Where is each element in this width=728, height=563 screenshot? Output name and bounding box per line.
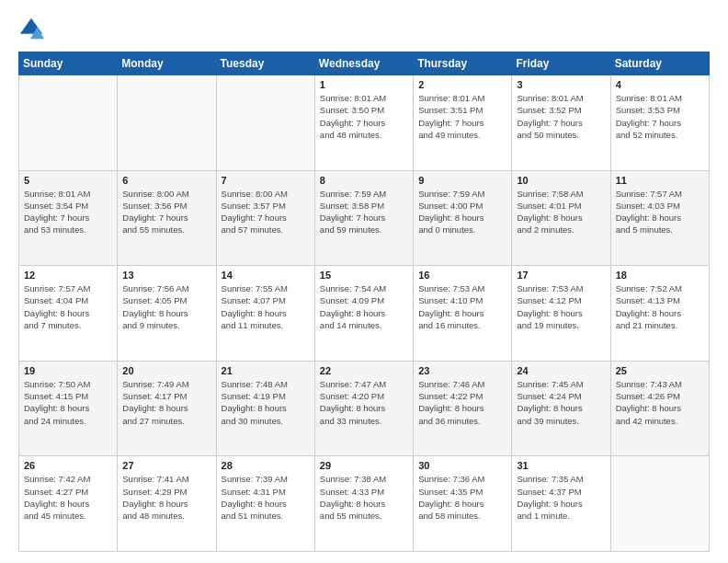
day-number: 26 — [24, 460, 112, 471]
day-info: Sunrise: 7:46 AM Sunset: 4:22 PM Dayligh… — [418, 378, 506, 427]
col-header-monday: Monday — [118, 52, 216, 75]
calendar-cell — [216, 75, 314, 171]
calendar-cell — [610, 456, 709, 552]
day-number: 9 — [418, 175, 506, 186]
day-number: 11 — [616, 175, 704, 186]
day-info: Sunrise: 7:39 AM Sunset: 4:31 PM Dayligh… — [222, 473, 310, 522]
calendar-cell: 1Sunrise: 8:01 AM Sunset: 3:50 PM Daylig… — [314, 75, 413, 171]
calendar-cell — [19, 75, 118, 171]
calendar-cell: 27Sunrise: 7:41 AM Sunset: 4:29 PM Dayli… — [118, 456, 216, 552]
calendar-cell: 13Sunrise: 7:56 AM Sunset: 4:05 PM Dayli… — [118, 266, 216, 362]
col-header-thursday: Thursday — [414, 52, 512, 75]
calendar-cell: 18Sunrise: 7:52 AM Sunset: 4:13 PM Dayli… — [610, 266, 709, 362]
calendar-cell: 2Sunrise: 8:01 AM Sunset: 3:51 PM Daylig… — [414, 75, 512, 171]
day-info: Sunrise: 8:01 AM Sunset: 3:54 PM Dayligh… — [24, 188, 112, 236]
day-number: 18 — [616, 270, 704, 281]
day-number: 8 — [320, 175, 408, 186]
day-number: 6 — [122, 175, 210, 186]
calendar-cell: 30Sunrise: 7:36 AM Sunset: 4:35 PM Dayli… — [414, 456, 512, 552]
day-number: 16 — [418, 270, 506, 281]
day-info: Sunrise: 7:55 AM Sunset: 4:07 PM Dayligh… — [222, 282, 310, 331]
day-info: Sunrise: 7:49 AM Sunset: 4:17 PM Dayligh… — [122, 378, 210, 427]
day-info: Sunrise: 8:01 AM Sunset: 3:52 PM Dayligh… — [517, 92, 605, 141]
calendar-cell: 12Sunrise: 7:57 AM Sunset: 4:04 PM Dayli… — [19, 266, 118, 362]
calendar-table: SundayMondayTuesdayWednesdayThursdayFrid… — [18, 52, 710, 552]
day-info: Sunrise: 7:53 AM Sunset: 4:10 PM Dayligh… — [418, 282, 506, 331]
day-number: 7 — [222, 175, 310, 186]
day-info: Sunrise: 8:00 AM Sunset: 3:56 PM Dayligh… — [122, 188, 210, 236]
day-info: Sunrise: 8:01 AM Sunset: 3:51 PM Dayligh… — [418, 92, 506, 141]
day-info: Sunrise: 7:47 AM Sunset: 4:20 PM Dayligh… — [320, 378, 408, 427]
day-info: Sunrise: 7:35 AM Sunset: 4:37 PM Dayligh… — [517, 473, 605, 522]
calendar-cell: 21Sunrise: 7:48 AM Sunset: 4:19 PM Dayli… — [216, 361, 314, 456]
day-number: 5 — [24, 175, 112, 186]
calendar-cell: 16Sunrise: 7:53 AM Sunset: 4:10 PM Dayli… — [414, 266, 512, 362]
day-info: Sunrise: 7:50 AM Sunset: 4:15 PM Dayligh… — [24, 378, 112, 427]
col-header-sunday: Sunday — [19, 52, 118, 75]
day-number: 25 — [616, 365, 704, 376]
calendar-cell: 24Sunrise: 7:45 AM Sunset: 4:24 PM Dayli… — [512, 361, 610, 456]
day-number: 15 — [320, 270, 408, 281]
calendar-cell: 23Sunrise: 7:46 AM Sunset: 4:22 PM Dayli… — [414, 361, 512, 456]
day-info: Sunrise: 7:48 AM Sunset: 4:19 PM Dayligh… — [222, 378, 310, 427]
logo — [18, 17, 48, 42]
day-number: 29 — [320, 460, 408, 471]
day-info: Sunrise: 7:52 AM Sunset: 4:13 PM Dayligh… — [616, 282, 704, 331]
day-info: Sunrise: 8:00 AM Sunset: 3:57 PM Dayligh… — [222, 188, 310, 236]
day-info: Sunrise: 7:59 AM Sunset: 4:00 PM Dayligh… — [418, 188, 506, 236]
calendar-cell: 26Sunrise: 7:42 AM Sunset: 4:27 PM Dayli… — [19, 456, 118, 552]
calendar-cell: 15Sunrise: 7:54 AM Sunset: 4:09 PM Dayli… — [314, 266, 413, 362]
day-number: 2 — [418, 79, 506, 90]
day-info: Sunrise: 7:36 AM Sunset: 4:35 PM Dayligh… — [418, 473, 506, 522]
day-number: 4 — [616, 79, 704, 90]
calendar-cell: 10Sunrise: 7:58 AM Sunset: 4:01 PM Dayli… — [512, 170, 610, 266]
calendar-cell: 25Sunrise: 7:43 AM Sunset: 4:26 PM Dayli… — [610, 361, 709, 456]
day-info: Sunrise: 7:45 AM Sunset: 4:24 PM Dayligh… — [517, 378, 605, 427]
calendar-cell: 31Sunrise: 7:35 AM Sunset: 4:37 PM Dayli… — [512, 456, 610, 552]
calendar-cell: 20Sunrise: 7:49 AM Sunset: 4:17 PM Dayli… — [118, 361, 216, 456]
day-info: Sunrise: 7:58 AM Sunset: 4:01 PM Dayligh… — [517, 188, 605, 236]
calendar-cell: 5Sunrise: 8:01 AM Sunset: 3:54 PM Daylig… — [19, 170, 118, 266]
day-info: Sunrise: 7:56 AM Sunset: 4:05 PM Dayligh… — [122, 282, 210, 331]
day-number: 22 — [320, 365, 408, 376]
calendar-cell: 6Sunrise: 8:00 AM Sunset: 3:56 PM Daylig… — [118, 170, 216, 266]
day-number: 12 — [24, 270, 112, 281]
calendar-cell — [118, 75, 216, 171]
day-info: Sunrise: 7:41 AM Sunset: 4:29 PM Dayligh… — [122, 473, 210, 522]
col-header-tuesday: Tuesday — [216, 52, 314, 75]
calendar-cell: 28Sunrise: 7:39 AM Sunset: 4:31 PM Dayli… — [216, 456, 314, 552]
col-header-friday: Friday — [512, 52, 610, 75]
day-info: Sunrise: 7:38 AM Sunset: 4:33 PM Dayligh… — [320, 473, 408, 522]
calendar-cell: 8Sunrise: 7:59 AM Sunset: 3:58 PM Daylig… — [314, 170, 413, 266]
col-header-saturday: Saturday — [610, 52, 709, 75]
day-number: 13 — [122, 270, 210, 281]
day-number: 21 — [222, 365, 310, 376]
day-number: 27 — [122, 460, 210, 471]
calendar-cell: 19Sunrise: 7:50 AM Sunset: 4:15 PM Dayli… — [19, 361, 118, 456]
logo-icon — [18, 17, 44, 42]
calendar-cell: 3Sunrise: 8:01 AM Sunset: 3:52 PM Daylig… — [512, 75, 610, 171]
col-header-wednesday: Wednesday — [314, 52, 413, 75]
day-number: 20 — [122, 365, 210, 376]
day-info: Sunrise: 8:01 AM Sunset: 3:50 PM Dayligh… — [320, 92, 408, 141]
calendar-cell: 9Sunrise: 7:59 AM Sunset: 4:00 PM Daylig… — [414, 170, 512, 266]
calendar-cell: 14Sunrise: 7:55 AM Sunset: 4:07 PM Dayli… — [216, 266, 314, 362]
day-number: 31 — [517, 460, 605, 471]
calendar-cell: 22Sunrise: 7:47 AM Sunset: 4:20 PM Dayli… — [314, 361, 413, 456]
calendar-cell: 7Sunrise: 8:00 AM Sunset: 3:57 PM Daylig… — [216, 170, 314, 266]
calendar-cell: 17Sunrise: 7:53 AM Sunset: 4:12 PM Dayli… — [512, 266, 610, 362]
header — [18, 17, 710, 42]
day-number: 28 — [222, 460, 310, 471]
calendar-cell: 29Sunrise: 7:38 AM Sunset: 4:33 PM Dayli… — [314, 456, 413, 552]
day-number: 14 — [222, 270, 310, 281]
day-number: 19 — [24, 365, 112, 376]
day-info: Sunrise: 7:57 AM Sunset: 4:03 PM Dayligh… — [616, 188, 704, 236]
day-number: 23 — [418, 365, 506, 376]
day-number: 17 — [517, 270, 605, 281]
day-number: 3 — [517, 79, 605, 90]
day-number: 30 — [418, 460, 506, 471]
calendar-cell: 4Sunrise: 8:01 AM Sunset: 3:53 PM Daylig… — [610, 75, 709, 171]
calendar-cell: 11Sunrise: 7:57 AM Sunset: 4:03 PM Dayli… — [610, 170, 709, 266]
page: SundayMondayTuesdayWednesdayThursdayFrid… — [0, 0, 728, 563]
day-info: Sunrise: 7:53 AM Sunset: 4:12 PM Dayligh… — [517, 282, 605, 331]
